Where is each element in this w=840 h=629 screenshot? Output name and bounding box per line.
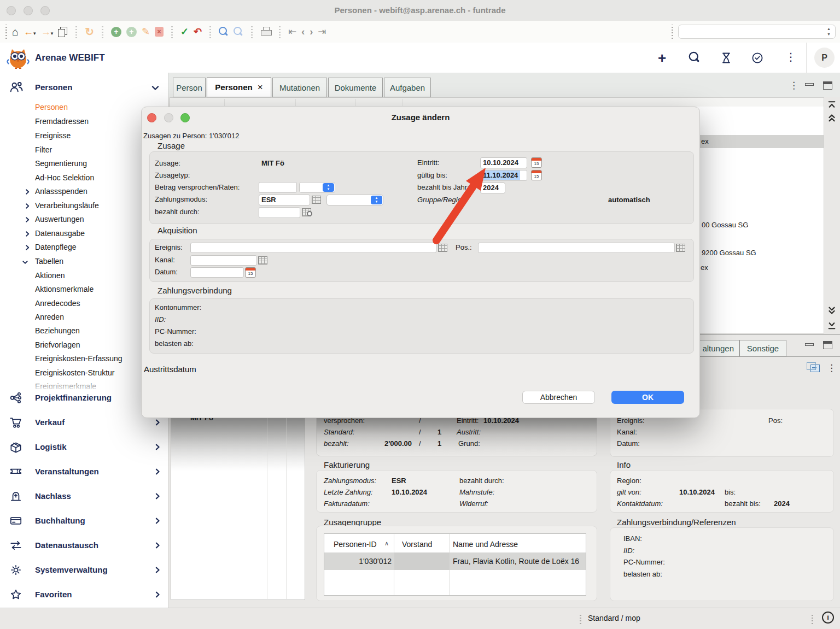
forward-button[interactable]: →▾: [41, 26, 54, 37]
sidebar-item-datenpflege[interactable]: Datenpflege: [35, 243, 77, 252]
tab-close-icon[interactable]: ×: [258, 82, 263, 93]
column-header-vorstand[interactable]: Vorstand: [402, 540, 432, 549]
sidebar-item-adhoc-selektion[interactable]: Ad-Hoc Selektion: [35, 173, 94, 183]
tab-person[interactable]: Person: [173, 78, 206, 97]
panel-more-icon[interactable]: ⋮: [789, 81, 798, 91]
sidebar-item-personen[interactable]: Personen: [35, 103, 68, 112]
refresh-icon[interactable]: ↻: [85, 26, 94, 37]
sidebar-section-buchhaltung[interactable]: Buchhaltung: [35, 516, 85, 525]
avatar[interactable]: P: [814, 48, 835, 68]
header-more-icon[interactable]: ⋮: [785, 52, 796, 62]
sidebar-item-ereignisse[interactable]: Ereignisse: [35, 131, 71, 140]
panel-minimize-icon[interactable]: [805, 83, 814, 86]
column-header-personen-id[interactable]: Personen-ID: [334, 540, 377, 549]
sidebar-item-beziehungen[interactable]: Beziehungen: [35, 326, 80, 336]
sidebar-item-tabellen[interactable]: Tabellen: [35, 257, 63, 266]
sidebar-item-anredecodes[interactable]: Anredecodes: [35, 299, 80, 308]
chevron-right-icon[interactable]: [154, 542, 161, 549]
chevron-right-icon[interactable]: [24, 244, 31, 251]
delete-icon[interactable]: ×: [155, 27, 164, 37]
chevron-right-icon[interactable]: [154, 419, 161, 426]
undo-icon[interactable]: ↶: [194, 26, 202, 37]
add-icon[interactable]: +: [111, 27, 121, 37]
sidebar-item-fremdadressen[interactable]: Fremdadressen: [35, 117, 89, 126]
sidebar-item-auswertungen[interactable]: Auswertungen: [35, 215, 84, 224]
sidebar-item-verarbeitungslaeufe[interactable]: Verarbeitungsläufe: [35, 201, 99, 210]
nav-last-icon[interactable]: ⇥: [318, 26, 326, 37]
back-button[interactable]: ←▾: [24, 26, 36, 37]
ok-button[interactable]: OK: [611, 391, 684, 404]
header-search-icon[interactable]: [689, 52, 701, 63]
print-icon[interactable]: [260, 27, 271, 37]
hourglass-icon[interactable]: [720, 51, 733, 64]
sidebar-header-label[interactable]: Personen: [35, 83, 72, 92]
column-header-name-adresse[interactable]: Name und Adresse: [453, 540, 518, 549]
search-icon[interactable]: [219, 27, 229, 37]
double-chevron-up-icon[interactable]: [827, 113, 837, 122]
statusbar-drag-handle[interactable]: [580, 613, 581, 624]
tab-sonstige[interactable]: Sonstige: [739, 340, 786, 357]
panel-more-icon[interactable]: ⋮: [827, 363, 836, 373]
sidebar-item-aktionsmerkmale[interactable]: Aktionsmerkmale: [35, 285, 94, 294]
header-add-icon[interactable]: +: [658, 50, 666, 67]
sidebar-item-briefvorlagen[interactable]: Briefvorlagen: [35, 340, 80, 350]
sidebar-item-segmentierung[interactable]: Segmentierung: [35, 159, 87, 168]
panel-maximize-icon[interactable]: [823, 81, 832, 90]
chevron-right-icon[interactable]: [154, 492, 161, 500]
sidebar-section-logistik[interactable]: Logistik: [35, 442, 67, 451]
toolbar-drag-handle[interactable]: [5, 25, 7, 39]
sidebar-item-ereigniskosten-erfassung[interactable]: Ereigniskosten-Erfassung: [35, 354, 122, 363]
chevron-right-icon[interactable]: [154, 566, 161, 574]
sidebar-section-veranstaltungen[interactable]: Veranstaltungen: [35, 467, 99, 476]
chevron-right-icon[interactable]: [24, 231, 31, 237]
chevron-right-icon[interactable]: [24, 203, 31, 209]
sidebar-item-ereigniskosten-struktur[interactable]: Ereigniskosten-Struktur: [35, 368, 115, 378]
toolbar-drag-handle[interactable]: [672, 25, 673, 39]
duplicate-icon[interactable]: [58, 27, 68, 37]
sidebar-section-favoriten[interactable]: Favoriten: [35, 590, 72, 599]
toolbar-combobox[interactable]: ▲▼: [678, 25, 836, 39]
home-icon[interactable]: ⌂: [12, 26, 19, 37]
tab-personen[interactable]: Personen ×: [207, 77, 271, 97]
panel-minimize-icon[interactable]: [805, 343, 814, 346]
sidebar-item-datenausgabe[interactable]: Datenausgabe: [35, 229, 85, 238]
add-secondary-icon[interactable]: +: [126, 27, 137, 37]
double-chevron-down-icon[interactable]: [827, 306, 837, 316]
scroll-to-top-icon[interactable]: [827, 100, 837, 109]
sidebar-section-nachlass[interactable]: Nachlass: [35, 491, 71, 501]
sidebar-item-anreden[interactable]: Anreden: [35, 313, 64, 322]
tab-dokumente[interactable]: Dokumente: [328, 78, 383, 97]
edit-icon[interactable]: ✎: [142, 26, 150, 37]
panel-maximize-icon[interactable]: [823, 341, 832, 349]
sidebar-section-systemverwaltung[interactable]: Systemverwaltung: [35, 565, 108, 574]
tab-aufgaben[interactable]: Aufgaben: [384, 78, 431, 97]
sidebar-item-filter[interactable]: Filter: [35, 145, 52, 155]
chevron-down-icon[interactable]: [151, 84, 160, 92]
nav-first-icon[interactable]: ⇤: [288, 26, 296, 37]
sort-asc-icon[interactable]: ∧: [384, 540, 389, 547]
chevron-right-icon[interactable]: [154, 517, 161, 525]
chevron-right-icon[interactable]: [154, 591, 161, 598]
cancel-button[interactable]: Abbrechen: [522, 391, 595, 404]
combobox-stepper-icon[interactable]: ▲▼: [827, 26, 831, 37]
confirm-icon[interactable]: ✓: [180, 26, 189, 37]
chevron-right-icon[interactable]: [154, 468, 161, 475]
sidebar-item-aktionen[interactable]: Aktionen: [35, 271, 65, 280]
nav-next-icon[interactable]: ›: [310, 26, 313, 37]
sidebar-section-datenaustausch[interactable]: Datenaustausch: [35, 540, 98, 550]
sidebar-item-anlassspenden[interactable]: Anlassspenden: [35, 187, 88, 196]
tab-mutationen[interactable]: Mutationen: [272, 78, 327, 97]
statusbar-drag-handle[interactable]: [812, 613, 813, 624]
sidebar-section-projektfinanzierung[interactable]: Projektfinanzierung: [35, 393, 112, 402]
info-icon[interactable]: i: [822, 612, 834, 624]
check-circle-icon[interactable]: [751, 51, 764, 64]
chevron-right-icon[interactable]: [24, 189, 31, 195]
search-person-icon[interactable]: [234, 27, 243, 37]
sidebar-section-verkauf[interactable]: Verkauf: [35, 418, 65, 427]
chevron-right-icon[interactable]: [154, 443, 161, 451]
scroll-to-bottom-icon[interactable]: [827, 321, 837, 331]
chevron-right-icon[interactable]: [24, 216, 31, 223]
nav-prev-icon[interactable]: ‹: [301, 26, 305, 37]
statusbar: [0, 608, 840, 629]
chevron-down-icon[interactable]: [22, 259, 28, 266]
